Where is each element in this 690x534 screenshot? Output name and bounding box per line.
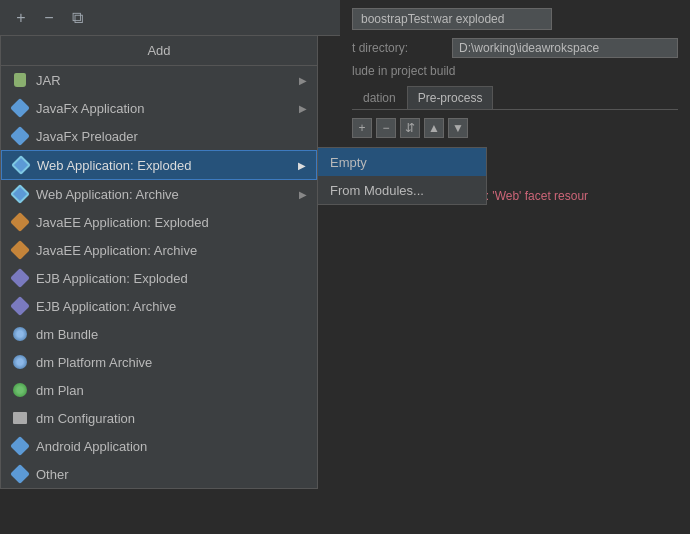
arrow-icon: ▶ [299,103,307,114]
tree-sort-button[interactable]: ⇵ [400,118,420,138]
menu-item-javaee-archive[interactable]: JavaEE Application: Archive [1,236,317,264]
bundle-icon [11,353,29,371]
menu-item-label: dm Plan [36,383,307,398]
web-icon [11,185,29,203]
tree-toolbar: + − ⇵ ▲ ▼ [352,118,678,138]
include-label: lude in project build [352,64,455,78]
output-dir-input[interactable] [452,38,678,58]
artifact-selector[interactable] [352,8,552,30]
menu-item-label: EJB Application: Exploded [36,271,307,286]
menu-item-jar[interactable]: JAR ▶ [1,66,317,94]
config-icon [11,409,29,427]
menu-item-other[interactable]: Other [1,460,317,488]
menu-item-label: JavaEE Application: Archive [36,243,307,258]
arrow-icon: ▶ [298,160,306,171]
tree-down-button[interactable]: ▼ [448,118,468,138]
plan-icon [11,381,29,399]
tab-output[interactable]: dation [352,86,407,109]
add-button[interactable]: + [10,7,32,29]
remove-button[interactable]: − [38,7,60,29]
menu-item-label: EJB Application: Archive [36,299,307,314]
submenu-item-label: Empty [330,155,367,170]
menu-item-label: JavaEE Application: Exploded [36,215,307,230]
menu-item-javaee-exploded[interactable]: JavaEE Application: Exploded [1,208,317,236]
menu-header: Add [1,36,317,66]
menu-item-label: JAR [36,73,299,88]
submenu-item-from-modules[interactable]: From Modules... [318,176,486,204]
tree-remove-button[interactable]: − [376,118,396,138]
javaee-icon [11,241,29,259]
menu-item-dm-platform[interactable]: dm Platform Archive [1,348,317,376]
menu-item-web-exploded[interactable]: Web Application: Exploded ▶ [1,150,317,180]
submenu-item-empty[interactable]: Empty [318,148,486,176]
menu-item-label: dm Bundle [36,327,307,342]
menu-item-label: dm Platform Archive [36,355,307,370]
ejb-icon [11,297,29,315]
menu-item-ejb-exploded[interactable]: EJB Application: Exploded [1,264,317,292]
tree-up-button[interactable]: ▲ [424,118,444,138]
menu-item-javafx-app[interactable]: JavaFx Application ▶ [1,94,317,122]
right-panel: t directory: lude in project build datio… [340,0,690,534]
menu-item-android[interactable]: Android Application [1,432,317,460]
arrow-icon: ▶ [299,75,307,86]
submenu-item-label: From Modules... [330,183,424,198]
javaee-icon [11,213,29,231]
menu-item-ejb-archive[interactable]: EJB Application: Archive [1,292,317,320]
jar-icon [11,71,29,89]
menu-item-label: Other [36,467,307,482]
menu-item-label: dm Configuration [36,411,307,426]
menu-item-dm-plan[interactable]: dm Plan [1,376,317,404]
copy-button[interactable]: ⧉ [66,7,88,29]
diamond-icon [11,465,29,483]
submenu-web-exploded: Empty From Modules... [317,147,487,205]
menu-item-web-archive[interactable]: Web Application: Archive ▶ [1,180,317,208]
output-dir-row: t directory: [352,38,678,58]
tree-add-button[interactable]: + [352,118,372,138]
diamond-icon [11,99,29,117]
menu-item-label: Android Application [36,439,307,454]
artifact-row [352,8,678,30]
tab-preprocess[interactable]: Pre-process [407,86,494,109]
add-menu: Add JAR ▶ JavaFx Application ▶ JavaFx Pr… [0,36,318,489]
menu-item-label: Web Application: Exploded [37,158,298,173]
menu-item-label: Web Application: Archive [36,187,299,202]
bundle-icon [11,325,29,343]
menu-item-label: JavaFx Application [36,101,299,116]
ejb-icon [11,269,29,287]
menu-item-label: JavaFx Preloader [36,129,307,144]
toolbar: + − ⧉ [0,0,340,36]
menu-item-dm-bundle[interactable]: dm Bundle [1,320,317,348]
web-icon [12,156,30,174]
menu-item-javafx-preloader[interactable]: JavaFx Preloader [1,122,317,150]
output-dir-label: t directory: [352,41,452,55]
tabs-row: dation Pre-process [352,86,678,110]
diamond-icon [11,127,29,145]
diamond-icon [11,437,29,455]
arrow-icon: ▶ [299,189,307,200]
include-project-row: lude in project build [352,64,678,78]
menu-item-dm-config[interactable]: dm Configuration [1,404,317,432]
